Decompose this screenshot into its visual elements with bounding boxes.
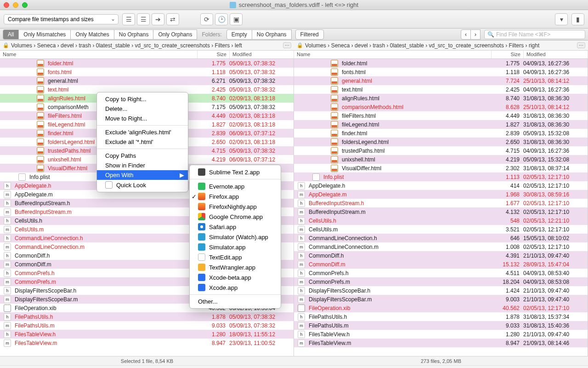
save-session-button[interactable]: ▣: [230, 13, 243, 25]
table-row[interactable]: CellsUtils.h54802/05/13, 12:21:10: [294, 216, 588, 225]
filter-all[interactable]: All: [3, 29, 19, 40]
col-name-right[interactable]: Name: [294, 51, 492, 58]
filter-filtered[interactable]: Filtered: [295, 29, 324, 40]
table-row[interactable]: FileOperation.xib40.56202/05/13, 12:17:1…: [294, 304, 588, 312]
table-row[interactable]: AppDelegate.m1.96830/08/13, 08:59:16: [294, 190, 588, 199]
folders-no-orphans[interactable]: No Orphans: [252, 29, 292, 40]
folders-empty[interactable]: Empty: [226, 29, 252, 40]
close-window-button[interactable]: [4, 2, 9, 8]
table-row[interactable]: CommandLineConnection.m1.00802/05/13, 12…: [294, 242, 588, 251]
table-row[interactable]: CommandLineConnection.h64615/05/13, 08:1…: [294, 234, 588, 242]
table-row[interactable]: FilesTableView.m8.94723/09/13, 11:00:52: [0, 339, 294, 347]
app-textedit[interactable]: TextEdit.app: [190, 252, 281, 262]
table-row[interactable]: VisualDiffer.html2.30231/08/13, 08:37:14: [294, 164, 588, 172]
app-sim[interactable]: Simulator.app: [190, 242, 281, 252]
app-other[interactable]: Other...: [190, 297, 281, 306]
table-row[interactable]: FilePathsUtils.h1.87831/08/13, 15:37:34: [294, 312, 588, 321]
app-sublime[interactable]: Sublime Text 2.app: [190, 167, 281, 177]
app-chrome[interactable]: Google Chrome.app: [190, 212, 281, 222]
table-row[interactable]: FilePathsUtils.h1.87805/09/13, 07:38:32: [0, 312, 294, 321]
table-row[interactable]: finder.html2.83905/09/13, 15:32:08: [294, 129, 588, 138]
table-row[interactable]: CommonDiff.m15.13228/09/13, 15:47:04: [294, 260, 588, 269]
filter-only-matches[interactable]: Only Matches: [70, 29, 114, 40]
crumb-overflow-left[interactable]: ⋯: [283, 42, 291, 48]
table-row[interactable]: trustedPaths.html4.71504/09/13, 16:27:36: [294, 146, 588, 155]
ctx-open-with[interactable]: Open With ▶: [97, 170, 188, 180]
app-xcode[interactable]: Xcode.app: [190, 282, 281, 293]
filter-funnel-button[interactable]: ▾: [555, 13, 568, 25]
table-row[interactable]: general.html6.27105/09/13, 07:38:32: [0, 76, 294, 85]
sync-right-button[interactable]: ➔: [152, 13, 164, 25]
app-firefox[interactable]: ✓Firefox.app: [190, 191, 281, 201]
minimize-window-button[interactable]: [13, 2, 18, 8]
compare-mode-select[interactable]: Compare file timestamps and sizes: [4, 14, 119, 24]
table-row[interactable]: folder.html1.77505/09/13, 07:38:32: [0, 59, 294, 68]
history-button[interactable]: 🕑: [215, 13, 228, 25]
table-row[interactable]: fonts.html1.11805/09/13, 07:38:32: [0, 68, 294, 76]
table-row[interactable]: folder.html1.77504/09/13, 16:27:36: [294, 59, 588, 68]
sidebar-toggle-button[interactable]: ▮: [571, 13, 584, 25]
app-firefox-nightly[interactable]: FirefoxNightly.app: [190, 201, 281, 212]
right-pane[interactable]: folder.html1.77504/09/13, 16:27:36fonts.…: [294, 59, 588, 356]
table-row[interactable]: general.html7.72425/10/13, 08:14:12: [294, 76, 588, 85]
table-row[interactable]: BufferedInputStream.h1.67702/05/13, 12:1…: [294, 199, 588, 207]
app-textwrangler[interactable]: TextWrangler.app: [190, 262, 281, 272]
table-row[interactable]: fonts.html1.11804/09/13, 16:27:36: [294, 68, 588, 76]
table-row[interactable]: unixshell.html4.21905/09/13, 15:32:08: [294, 155, 588, 164]
sync-both-button[interactable]: ⇄: [166, 13, 179, 25]
nav-next-button[interactable]: ›: [470, 29, 481, 40]
breadcrumb-left[interactable]: 🔒 Volumes › Seneca › devel › trash › 0la…: [0, 40, 294, 50]
table-row[interactable]: text.html2.42504/09/13, 16:27:36: [294, 85, 588, 94]
table-row[interactable]: CommonDiff.h4.39121/10/13, 09:47:40: [294, 251, 588, 260]
table-row[interactable]: foldersLegend.html2.65031/08/13, 08:36:3…: [294, 138, 588, 146]
ctx-exclude-ext[interactable]: Exclude all '*.html': [97, 137, 188, 147]
table-row[interactable]: CommonPrefs.h4.51104/09/13, 08:53:40: [294, 269, 588, 277]
zoom-window-button[interactable]: [22, 2, 28, 8]
filter-no-orphans[interactable]: No Orphans: [114, 29, 154, 40]
breadcrumb-right[interactable]: 🔒 Volumes › Seneca › devel › trash › 0la…: [294, 40, 588, 50]
table-row[interactable]: FilesTableView.h1.28021/10/13, 09:47:40: [294, 330, 588, 339]
app-xcode-beta[interactable]: Xcode-beta.app: [190, 272, 281, 282]
refresh-button[interactable]: ⟳: [200, 13, 213, 25]
nav-prev-button[interactable]: ‹: [461, 29, 471, 40]
app-sim-watch[interactable]: Simulator (Watch).app: [190, 232, 281, 242]
crumb-overflow-right[interactable]: ⋯: [577, 42, 585, 48]
file-name: FilePathsUtils.h: [307, 314, 489, 320]
search-input[interactable]: 🔍 Find File Name <⌘F>: [484, 30, 585, 39]
table-row[interactable]: DisplayFiltersScopeBar.m9.00321/10/13, 0…: [294, 295, 588, 304]
table-row[interactable]: alignRules.html8.74031/08/13, 08:36:30: [294, 94, 588, 103]
table-row[interactable]: FilesTableView.m8.94721/09/13, 08:14:46: [294, 339, 588, 347]
table-row[interactable]: CellsUtils.m3.52102/05/13, 12:17:10: [294, 225, 588, 234]
col-modified-left[interactable]: Modified: [230, 51, 294, 58]
col-modified-right[interactable]: Modified: [524, 51, 588, 58]
col-name-left[interactable]: Name: [0, 51, 198, 58]
ctx-move-right[interactable]: Move to Right...: [97, 114, 188, 123]
expand-all-button[interactable]: ☰: [122, 13, 135, 25]
table-row[interactable]: FilesTableView.h1.28018/09/13, 11:55:12: [0, 330, 294, 339]
ctx-delete[interactable]: Delete...: [97, 104, 188, 114]
table-row[interactable]: fileFilters.html4.44931/08/13, 08:36:30: [294, 111, 588, 120]
app-evernote[interactable]: Evernote.app: [190, 181, 281, 191]
ctx-show-finder[interactable]: Show in Finder: [97, 161, 188, 170]
filter-only-mismatches[interactable]: Only Mismatches: [18, 29, 71, 40]
file-name: CommonDiff.h: [13, 253, 195, 259]
filter-only-orphans[interactable]: Only Orphans: [153, 29, 197, 40]
table-row[interactable]: FilePathsUtils.m9.03331/08/13, 15:40:36: [294, 321, 588, 330]
ctx-copy-paths[interactable]: Copy Paths: [97, 151, 188, 161]
collapse-all-button[interactable]: ☰: [137, 13, 150, 25]
table-row[interactable]: Info.plist1.11302/05/13, 12:17:10: [294, 172, 588, 181]
table-row[interactable]: BufferedInputStream.m4.13202/05/13, 12:1…: [294, 207, 588, 216]
table-row[interactable]: FilePathsUtils.m9.03305/09/13, 07:38:32: [0, 321, 294, 330]
table-row[interactable]: CommonPrefs.m18.20404/09/13, 08:53:08: [294, 277, 588, 286]
col-size-left[interactable]: Size: [198, 51, 230, 58]
col-size-right[interactable]: Size: [492, 51, 524, 58]
table-row[interactable]: fileLegend.html1.82731/08/13, 08:36:30: [294, 120, 588, 129]
ctx-copy-right[interactable]: Copy to Right...: [97, 94, 188, 104]
ctx-exclude-file[interactable]: Exclude 'alignRules.html': [97, 127, 188, 137]
table-row[interactable]: AppDelegate.h41402/05/13, 12:17:10: [294, 181, 588, 190]
table-row[interactable]: DisplayFiltersScopeBar.h1.42421/10/13, 0…: [294, 286, 588, 295]
ctx-quick-look[interactable]: Quick Look: [97, 180, 188, 190]
file-name: BufferedInputStream.h: [13, 200, 195, 207]
table-row[interactable]: comparisonMethods.html8.62825/10/13, 08:…: [294, 103, 588, 111]
app-safari[interactable]: Safari.app: [190, 222, 281, 232]
